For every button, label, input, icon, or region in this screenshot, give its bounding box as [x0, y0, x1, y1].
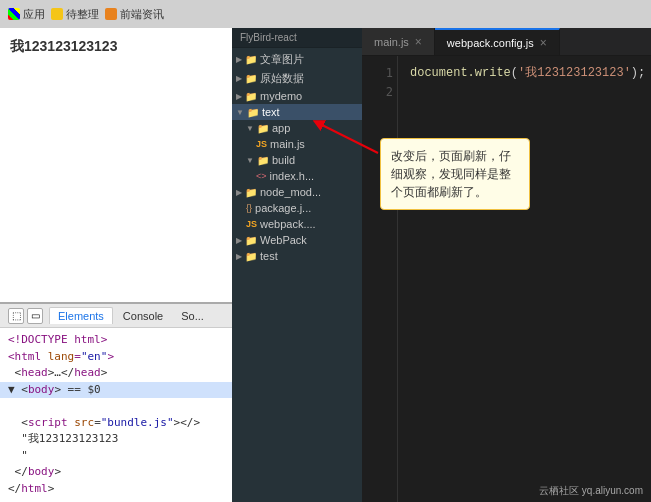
- folder-icon: 📁: [257, 155, 269, 166]
- left-split: 我123123123123 ⬚ ▭ Elements Console So...: [0, 28, 232, 502]
- arrow-icon: ▼: [246, 124, 254, 133]
- bookmark-pending[interactable]: 待整理: [51, 7, 99, 22]
- tree-item-indexhtml[interactable]: <> index.h...: [232, 168, 362, 184]
- filetree-title: FlyBird-react: [240, 32, 297, 43]
- browser-top-bar: 应用 待整理 前端资讯: [0, 0, 651, 28]
- bookmark-bar: 应用 待整理 前端资讯: [8, 7, 164, 22]
- bookmark-apps[interactable]: 应用: [8, 7, 45, 22]
- html-line-7: ": [8, 449, 28, 462]
- line-num-2: 2: [366, 83, 393, 102]
- tab-sources[interactable]: So...: [173, 308, 212, 324]
- folder-wenzhang-label: 文章图片: [260, 52, 304, 67]
- devtools-panel: ⬚ ▭ Elements Console So... <!DOCTYPE htm…: [0, 302, 232, 502]
- tree-item-webpack[interactable]: ▶ 📁 WebPack: [232, 232, 362, 248]
- folder-icon: 📁: [245, 235, 257, 246]
- arrow-icon: ▶: [236, 74, 242, 83]
- tree-item-yuanshi[interactable]: ▶ 📁 原始数据: [232, 69, 362, 88]
- tab-elements[interactable]: Elements: [49, 307, 113, 324]
- arrow-icon: ▶: [236, 55, 242, 64]
- html-line-3: <head>…</head>: [8, 366, 107, 379]
- html-line-9: </html>: [8, 482, 54, 495]
- folder-yuanshi-label: 原始数据: [260, 71, 304, 86]
- html-line-5: <script src="bundle.js"></>: [8, 416, 200, 429]
- folder-icon: 📁: [245, 251, 257, 262]
- arrow-icon: ▶: [236, 236, 242, 245]
- code-content[interactable]: document.write('我123123123123');: [398, 56, 651, 502]
- folder-app-label: app: [272, 122, 290, 134]
- watermark-text: 云栖社区 yq.aliyun.com: [539, 485, 643, 496]
- tree-item-webpackconfig[interactable]: JS webpack....: [232, 216, 362, 232]
- close-mainjs-icon[interactable]: ×: [415, 35, 422, 49]
- inspector-icon[interactable]: ⬚: [8, 308, 24, 324]
- code-fn: document.write: [410, 66, 511, 80]
- tree-item-test[interactable]: ▶ 📁 test: [232, 248, 362, 264]
- folder-icon: 📁: [245, 54, 257, 65]
- annotation-arrow: [308, 118, 388, 158]
- folder-icon: 📁: [247, 107, 259, 118]
- html-file-icon: <>: [256, 171, 267, 181]
- editor-tab-mainjs[interactable]: main.js ×: [362, 28, 435, 55]
- bookmark-frontend[interactable]: 前端资讯: [105, 7, 164, 22]
- tab-console[interactable]: Console: [115, 308, 171, 324]
- annotation-box: 改变后，页面刷新，仔细观察，发现同样是整个页面都刷新了。: [380, 138, 530, 210]
- editor-tab-webpackconfig-label: webpack.config.js: [447, 37, 534, 49]
- html-line-8: </body>: [8, 465, 61, 478]
- devtools-tabs-bar: ⬚ ▭ Elements Console So...: [0, 304, 232, 328]
- folder-nodemodules-label: node_mod...: [260, 186, 321, 198]
- editor-tab-webpackconfig[interactable]: webpack.config.js ×: [435, 28, 560, 55]
- html-line-1: <!DOCTYPE html>: [8, 333, 107, 346]
- tab-elements-label: Elements: [58, 310, 104, 322]
- tab-console-label: Console: [123, 310, 163, 322]
- folder-icon: 📁: [245, 73, 257, 84]
- close-webpackconfig-icon[interactable]: ×: [540, 36, 547, 50]
- tree-item-packagejson[interactable]: {} package.j...: [232, 200, 362, 216]
- html-line-4-selected: ▼ <body> == $0: [0, 382, 232, 399]
- arrow-icon: ▼: [236, 108, 244, 117]
- arrow-icon: ▶: [236, 188, 242, 197]
- annotation-text: 改变后，页面刷新，仔细观察，发现同样是整个页面都刷新了。: [391, 149, 511, 199]
- pending-icon: [51, 8, 63, 20]
- line-num-1: 1: [366, 64, 393, 83]
- bookmark-apps-label: 应用: [23, 7, 45, 22]
- code-string: '我123123123123': [518, 66, 631, 80]
- folder-build-label: build: [272, 154, 295, 166]
- filetree-header: FlyBird-react: [232, 28, 362, 48]
- folder-icon: 📁: [245, 91, 257, 102]
- html-line-2: <html lang="en">: [8, 350, 114, 363]
- js-file-icon: JS: [256, 139, 267, 149]
- file-indexhtml-label: index.h...: [270, 170, 315, 182]
- devtools-toolbar: ⬚ ▭: [4, 308, 47, 324]
- file-packagejson-label: package.j...: [255, 202, 311, 214]
- arrow-icon: ▶: [236, 92, 242, 101]
- file-mainjs-label: main.js: [270, 138, 305, 150]
- tree-item-mydemo[interactable]: ▶ 📁 mydemo: [232, 88, 362, 104]
- watermark: 云栖社区 yq.aliyun.com: [539, 484, 643, 498]
- frontend-icon: [105, 8, 117, 20]
- apps-icon: [8, 8, 20, 20]
- folder-icon: 📁: [245, 187, 257, 198]
- bookmark-frontend-label: 前端资讯: [120, 7, 164, 22]
- tree-item-nodemodules[interactable]: ▶ 📁 node_mod...: [232, 184, 362, 200]
- bookmark-pending-label: 待整理: [66, 7, 99, 22]
- code-paren-close: );: [631, 66, 645, 80]
- tab-sources-label: So...: [181, 310, 204, 322]
- folder-webpack-label: WebPack: [260, 234, 307, 246]
- editor-tab-bar: main.js × webpack.config.js ×: [362, 28, 651, 56]
- filetree-content: ▶ 📁 文章图片 ▶ 📁 原始数据 ▶ 📁 mydemo ▼ 📁 text: [232, 48, 362, 502]
- html-line-6: "我123123123123: [8, 432, 118, 445]
- devtools-html-content: <!DOCTYPE html> <html lang="en"> <head>……: [0, 328, 232, 502]
- arrow-icon: ▶: [236, 252, 242, 261]
- browser-viewport: 我123123123123: [0, 28, 232, 302]
- editor-panel: main.js × webpack.config.js × 1 2 docume…: [362, 28, 651, 502]
- folder-test-label: test: [260, 250, 278, 262]
- json-file-icon: {}: [246, 203, 252, 213]
- editor-tab-mainjs-label: main.js: [374, 36, 409, 48]
- filetree-panel: FlyBird-react ▶ 📁 文章图片 ▶ 📁 原始数据 ▶ 📁 myde…: [232, 28, 362, 502]
- page-text: 我123123123123: [10, 38, 117, 54]
- device-icon[interactable]: ▭: [27, 308, 43, 324]
- tree-item-wenzhang[interactable]: ▶ 📁 文章图片: [232, 50, 362, 69]
- folder-text-label: text: [262, 106, 280, 118]
- code-paren-open: (: [511, 66, 518, 80]
- folder-mydemo-label: mydemo: [260, 90, 302, 102]
- js-file-icon: JS: [246, 219, 257, 229]
